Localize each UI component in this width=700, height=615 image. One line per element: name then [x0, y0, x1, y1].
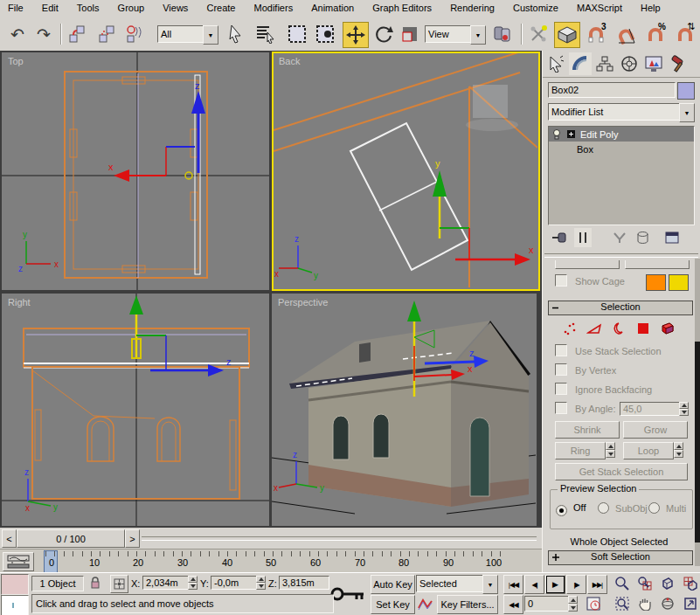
selection-rollout-header[interactable]: Selection [548, 301, 693, 315]
preview-multi-radio[interactable] [648, 502, 660, 514]
set-key-curve-icon[interactable] [416, 595, 435, 612]
object-color-swatch[interactable] [677, 82, 695, 100]
viewport-top[interactable]: x z y x z Top [2, 52, 269, 290]
make-unique-icon[interactable] [611, 229, 628, 246]
y-coord-spinner[interactable] [256, 576, 266, 590]
viewport-top-label[interactable]: Top [8, 56, 24, 66]
panel-scrollbar-thumb[interactable] [695, 342, 700, 542]
pin-stack-icon[interactable] [551, 229, 568, 246]
rectangular-selection-region-icon[interactable] [285, 22, 309, 46]
select-by-name-icon[interactable] [253, 22, 278, 46]
tab-utilities[interactable] [667, 52, 690, 75]
select-and-manipulate-icon[interactable] [526, 22, 551, 46]
menu-animation[interactable]: Animation [303, 0, 362, 16]
redo-icon[interactable]: ↷ [31, 22, 56, 46]
time-slider-track[interactable] [142, 536, 537, 541]
x-coord-input[interactable]: 2,034m [142, 576, 193, 590]
tab-motion[interactable] [618, 52, 641, 75]
absolute-offset-toggle[interactable] [110, 575, 128, 593]
ignore-backfacing-checkbox[interactable] [555, 383, 567, 395]
by-angle-spinner[interactable] [679, 402, 689, 416]
ring-spinner[interactable] [606, 442, 615, 458]
time-slider-handle[interactable]: 0 / 100 [17, 529, 125, 548]
reference-coordinate-arrow[interactable]: ▼ [470, 25, 486, 45]
viewport-back-active[interactable]: y x z x y Back [272, 52, 540, 291]
zoom-region-icon[interactable] [612, 595, 632, 612]
reference-coordinate-dropdown[interactable]: View [425, 25, 477, 43]
current-frame-input[interactable]: 0 [524, 596, 573, 612]
selection-filter-dropdown[interactable]: All [157, 25, 210, 43]
menu-modifiers[interactable]: Modifiers [246, 0, 301, 16]
undo-icon[interactable]: ↶ [5, 22, 30, 46]
z-coord-input[interactable]: 3,815m [279, 576, 329, 590]
selection-lock-icon[interactable] [87, 575, 103, 591]
arc-rotate-icon[interactable] [657, 595, 677, 612]
zoom-extents-all-icon[interactable] [680, 575, 700, 592]
soft-selection-rollout-header[interactable]: Soft Selection [548, 550, 693, 565]
zoom-all-icon[interactable] [634, 575, 655, 592]
ring-button[interactable]: Ring [555, 442, 606, 460]
y-coord-input[interactable]: -0,0m [211, 576, 261, 590]
border-mode-icon[interactable] [609, 320, 628, 337]
menu-rendering[interactable]: Rendering [442, 0, 502, 16]
select-and-scale-icon[interactable] [399, 22, 421, 46]
maximize-viewport-toggle-icon[interactable] [680, 595, 700, 612]
time-slider-next-button[interactable]: > [125, 529, 140, 548]
select-and-link-icon[interactable] [65, 22, 89, 46]
object-name-input[interactable]: Box02 [548, 82, 676, 98]
select-object-icon[interactable] [224, 22, 246, 46]
by-vertex-checkbox[interactable] [555, 363, 567, 376]
next-frame-button[interactable]: |▶ [566, 575, 586, 594]
preview-off-radio[interactable] [556, 505, 567, 516]
by-angle-checkbox[interactable] [555, 402, 567, 414]
polygon-mode-icon[interactable] [634, 320, 653, 337]
show-cage-checkbox[interactable] [555, 274, 567, 287]
cage-color-swatch[interactable] [646, 274, 666, 291]
menu-group[interactable]: Group [110, 0, 153, 16]
loop-button[interactable]: Loop [623, 442, 674, 460]
menu-maxscript[interactable]: MAXScript [569, 0, 630, 16]
pan-hand-icon[interactable] [634, 595, 655, 612]
tab-modify[interactable] [569, 52, 592, 75]
menu-customize[interactable]: Customize [505, 0, 566, 16]
select-and-rotate-icon[interactable] [371, 22, 395, 46]
selection-filter-arrow[interactable]: ▼ [203, 25, 218, 45]
viewport-back-label[interactable]: Back [279, 56, 300, 66]
menu-views[interactable]: Views [155, 0, 196, 16]
previous-frame-button[interactable]: ◀| [524, 575, 544, 594]
use-stack-selection-checkbox[interactable] [555, 344, 567, 356]
angle-snap-icon[interactable] [613, 22, 640, 46]
key-mode-toggle-button[interactable]: ◀◀ [503, 595, 523, 614]
set-key-button[interactable]: Set Key [371, 595, 415, 614]
configure-modifier-sets-icon[interactable] [663, 229, 681, 246]
snap-mode-3d-icon[interactable]: 3 [584, 22, 610, 46]
modifier-list-arrow[interactable]: ▼ [679, 103, 695, 122]
menu-create[interactable]: Create [198, 0, 243, 16]
remove-modifier-icon[interactable] [634, 229, 651, 246]
element-mode-icon[interactable] [658, 320, 677, 337]
maxscript-mini-listener-pink[interactable] [1, 574, 29, 595]
modifier-enabled-bulb-icon[interactable] [549, 129, 565, 140]
viewport-right[interactable]: z z x y Right [2, 294, 269, 526]
modifier-list-dropdown[interactable]: Modifier List [548, 103, 686, 121]
get-stack-selection-button[interactable]: Get Stack Selection [555, 463, 688, 480]
menu-tools[interactable]: Tools [69, 0, 107, 16]
key-filters-button[interactable]: Key Filters... [437, 595, 498, 614]
percent-snap-icon[interactable]: % [643, 22, 669, 46]
current-frame-spinner[interactable] [568, 596, 578, 612]
expand-plus-icon[interactable] [565, 130, 577, 138]
tab-hierarchy[interactable] [593, 52, 616, 75]
auto-key-button[interactable]: Auto Key [371, 575, 415, 594]
panel-scrollbar[interactable] [695, 259, 700, 566]
menu-graph-editors[interactable]: Graph Editors [364, 0, 440, 16]
spinner-snap-icon[interactable]: ⇅ [673, 22, 699, 46]
stack-row-box[interactable]: Box [549, 142, 694, 156]
tab-create[interactable] [544, 52, 567, 75]
set-keys-key-icon[interactable] [329, 578, 367, 610]
grow-button[interactable]: Grow [623, 421, 688, 439]
use-pivot-point-icon[interactable] [489, 22, 514, 46]
tab-display[interactable] [642, 52, 665, 75]
by-angle-input[interactable]: 45,0 [620, 402, 681, 416]
clipped-button[interactable] [625, 260, 690, 269]
select-and-move-icon[interactable] [343, 22, 369, 48]
